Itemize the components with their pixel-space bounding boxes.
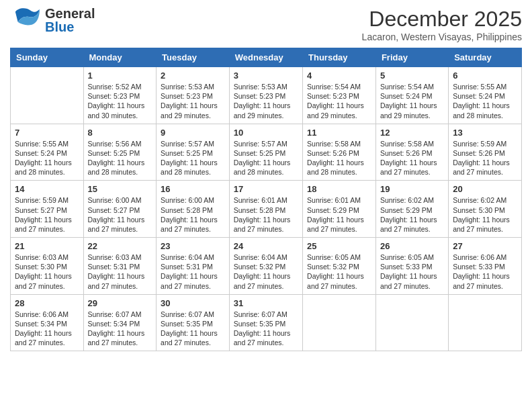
day-number: 28 [15, 298, 79, 308]
day-info: Sunrise: 6:05 AM Sunset: 5:32 PM Dayligh… [307, 253, 371, 291]
calendar-day-cell: 10Sunrise: 5:57 AM Sunset: 5:25 PM Dayli… [229, 124, 302, 181]
day-number: 10 [234, 128, 298, 138]
calendar-day-cell: 17Sunrise: 6:01 AM Sunset: 5:28 PM Dayli… [229, 181, 302, 238]
calendar-day-cell: 14Sunrise: 5:59 AM Sunset: 5:27 PM Dayli… [11, 181, 84, 238]
calendar-day-cell: 27Sunrise: 6:06 AM Sunset: 5:33 PM Dayli… [449, 238, 522, 295]
title-area: December 2025 Lacaron, Western Visayas, … [362, 7, 522, 42]
day-number: 7 [15, 128, 79, 138]
weekday-header-thursday: Thursday [303, 48, 376, 67]
day-number: 19 [380, 184, 444, 194]
day-info: Sunrise: 6:00 AM Sunset: 5:27 PM Dayligh… [88, 195, 152, 234]
month-title: December 2025 [362, 7, 522, 32]
logo-text: General Blue [45, 7, 95, 34]
day-info: Sunrise: 5:53 AM Sunset: 5:23 PM Dayligh… [234, 82, 298, 120]
day-info: Sunrise: 6:05 AM Sunset: 5:33 PM Dayligh… [380, 253, 444, 291]
day-number: 12 [380, 128, 444, 138]
day-info: Sunrise: 6:04 AM Sunset: 5:31 PM Dayligh… [161, 253, 225, 291]
day-number: 26 [380, 241, 444, 251]
calendar-day-cell: 9Sunrise: 5:57 AM Sunset: 5:25 PM Daylig… [157, 124, 230, 181]
calendar-day-cell: 16Sunrise: 6:00 AM Sunset: 5:28 PM Dayli… [157, 181, 230, 238]
logo: General Blue [10, 7, 95, 34]
calendar-day-cell: 20Sunrise: 6:02 AM Sunset: 5:30 PM Dayli… [449, 181, 522, 238]
weekday-header-row: SundayMondayTuesdayWednesdayThursdayFrid… [11, 48, 522, 67]
day-number: 27 [453, 241, 517, 251]
day-number: 1 [88, 71, 152, 81]
day-info: Sunrise: 5:58 AM Sunset: 5:26 PM Dayligh… [307, 139, 371, 177]
day-info: Sunrise: 6:06 AM Sunset: 5:33 PM Dayligh… [453, 253, 517, 291]
day-number: 5 [380, 71, 444, 81]
calendar-day-cell: 8Sunrise: 5:56 AM Sunset: 5:25 PM Daylig… [83, 124, 157, 181]
weekday-header-wednesday: Wednesday [229, 48, 302, 67]
day-info: Sunrise: 5:58 AM Sunset: 5:26 PM Dayligh… [380, 139, 444, 177]
day-number: 13 [453, 128, 517, 138]
day-info: Sunrise: 6:07 AM Sunset: 5:35 PM Dayligh… [234, 310, 298, 348]
day-info: Sunrise: 6:03 AM Sunset: 5:31 PM Dayligh… [88, 253, 152, 291]
day-info: Sunrise: 6:03 AM Sunset: 5:30 PM Dayligh… [15, 253, 79, 291]
day-info: Sunrise: 6:02 AM Sunset: 5:29 PM Dayligh… [380, 195, 444, 234]
day-number: 14 [15, 184, 79, 194]
day-info: Sunrise: 5:53 AM Sunset: 5:23 PM Dayligh… [161, 82, 225, 120]
calendar-day-cell: 31Sunrise: 6:07 AM Sunset: 5:35 PM Dayli… [229, 294, 302, 351]
day-info: Sunrise: 6:07 AM Sunset: 5:34 PM Dayligh… [88, 310, 152, 348]
day-info: Sunrise: 5:54 AM Sunset: 5:23 PM Dayligh… [307, 82, 371, 120]
day-info: Sunrise: 6:01 AM Sunset: 5:28 PM Dayligh… [234, 195, 298, 234]
calendar-day-cell: 23Sunrise: 6:04 AM Sunset: 5:31 PM Dayli… [157, 238, 230, 295]
day-info: Sunrise: 6:04 AM Sunset: 5:32 PM Dayligh… [234, 253, 298, 291]
day-number: 9 [161, 128, 225, 138]
calendar-table: SundayMondayTuesdayWednesdayThursdayFrid… [10, 48, 522, 351]
calendar-day-cell: 22Sunrise: 6:03 AM Sunset: 5:31 PM Dayli… [83, 238, 157, 295]
empty-day-cell [449, 294, 522, 351]
day-info: Sunrise: 6:00 AM Sunset: 5:28 PM Dayligh… [161, 195, 225, 234]
calendar-day-cell: 1Sunrise: 5:52 AM Sunset: 5:23 PM Daylig… [83, 67, 157, 124]
day-info: Sunrise: 5:59 AM Sunset: 5:26 PM Dayligh… [453, 139, 517, 177]
empty-day-cell [303, 294, 376, 351]
calendar-day-cell: 2Sunrise: 5:53 AM Sunset: 5:23 PM Daylig… [157, 67, 230, 124]
calendar-day-cell: 5Sunrise: 5:54 AM Sunset: 5:24 PM Daylig… [375, 67, 448, 124]
calendar-day-cell: 18Sunrise: 6:01 AM Sunset: 5:29 PM Dayli… [303, 181, 376, 238]
day-number: 17 [234, 184, 298, 194]
calendar-day-cell: 24Sunrise: 6:04 AM Sunset: 5:32 PM Dayli… [229, 238, 302, 295]
weekday-header-friday: Friday [375, 48, 448, 67]
calendar-day-cell: 19Sunrise: 6:02 AM Sunset: 5:29 PM Dayli… [375, 181, 448, 238]
day-info: Sunrise: 5:57 AM Sunset: 5:25 PM Dayligh… [234, 139, 298, 177]
calendar-day-cell: 21Sunrise: 6:03 AM Sunset: 5:30 PM Dayli… [11, 238, 84, 295]
day-info: Sunrise: 5:52 AM Sunset: 5:23 PM Dayligh… [88, 82, 152, 120]
day-number: 29 [88, 298, 152, 308]
day-number: 15 [88, 184, 152, 194]
day-number: 2 [161, 71, 225, 81]
day-info: Sunrise: 5:55 AM Sunset: 5:24 PM Dayligh… [453, 82, 517, 120]
day-number: 16 [161, 184, 225, 194]
day-number: 4 [307, 71, 371, 81]
calendar-day-cell: 11Sunrise: 5:58 AM Sunset: 5:26 PM Dayli… [303, 124, 376, 181]
day-number: 6 [453, 71, 517, 81]
calendar-week-row: 7Sunrise: 5:55 AM Sunset: 5:24 PM Daylig… [11, 124, 522, 181]
day-info: Sunrise: 6:07 AM Sunset: 5:35 PM Dayligh… [161, 310, 225, 348]
weekday-header-tuesday: Tuesday [157, 48, 230, 67]
calendar-day-cell: 4Sunrise: 5:54 AM Sunset: 5:23 PM Daylig… [303, 67, 376, 124]
day-number: 11 [307, 128, 371, 138]
day-number: 22 [88, 241, 152, 251]
calendar-day-cell: 13Sunrise: 5:59 AM Sunset: 5:26 PM Dayli… [449, 124, 522, 181]
day-number: 20 [453, 184, 517, 194]
day-info: Sunrise: 6:02 AM Sunset: 5:30 PM Dayligh… [453, 195, 517, 234]
calendar-day-cell: 25Sunrise: 6:05 AM Sunset: 5:32 PM Dayli… [303, 238, 376, 295]
calendar-week-row: 28Sunrise: 6:06 AM Sunset: 5:34 PM Dayli… [11, 294, 522, 351]
calendar-week-row: 1Sunrise: 5:52 AM Sunset: 5:23 PM Daylig… [11, 67, 522, 124]
empty-day-cell [11, 67, 84, 124]
calendar-day-cell: 28Sunrise: 6:06 AM Sunset: 5:34 PM Dayli… [11, 294, 84, 351]
day-info: Sunrise: 5:56 AM Sunset: 5:25 PM Dayligh… [88, 139, 152, 177]
location-title: Lacaron, Western Visayas, Philippines [362, 32, 522, 42]
day-number: 21 [15, 241, 79, 251]
day-number: 3 [234, 71, 298, 81]
day-info: Sunrise: 5:59 AM Sunset: 5:27 PM Dayligh… [15, 195, 79, 234]
weekday-header-saturday: Saturday [449, 48, 522, 67]
weekday-header-monday: Monday [83, 48, 157, 67]
day-number: 23 [161, 241, 225, 251]
day-number: 31 [234, 298, 298, 308]
day-number: 18 [307, 184, 371, 194]
day-number: 24 [234, 241, 298, 251]
calendar-day-cell: 29Sunrise: 6:07 AM Sunset: 5:34 PM Dayli… [83, 294, 157, 351]
empty-day-cell [375, 294, 448, 351]
day-info: Sunrise: 5:55 AM Sunset: 5:24 PM Dayligh… [15, 139, 79, 177]
calendar-day-cell: 6Sunrise: 5:55 AM Sunset: 5:24 PM Daylig… [449, 67, 522, 124]
